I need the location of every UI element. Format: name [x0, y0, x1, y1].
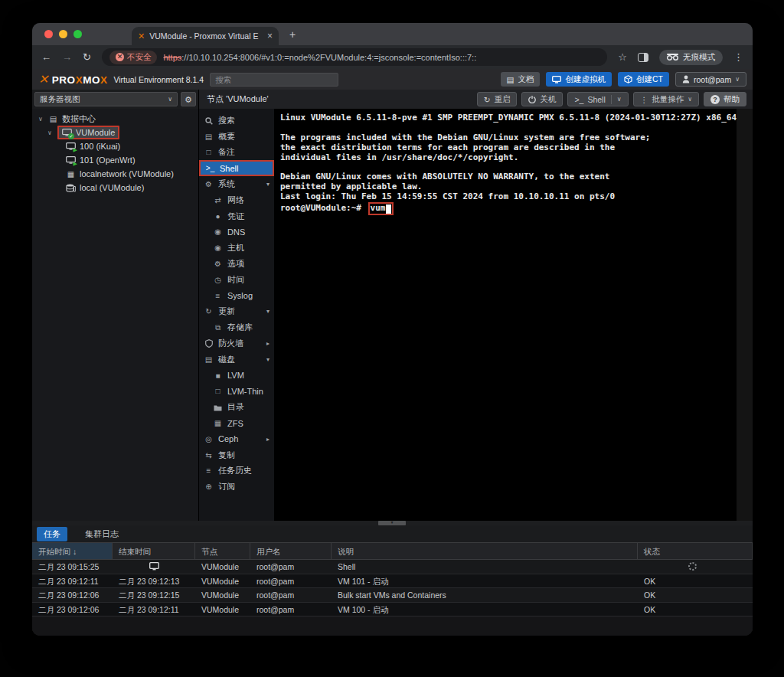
shutdown-button[interactable]: 关机: [521, 92, 563, 106]
address-bar[interactable]: ✕ 不安全 https://10.10.10.254:8006/#v1:0:=n…: [102, 48, 607, 66]
tree-item-localnetwork[interactable]: ▦ localnetwork (VUModule): [32, 167, 198, 181]
menu-item-subscription[interactable]: ⊕ 订阅: [199, 479, 274, 495]
tree-item-vm-101[interactable]: ▶ 101 (OpenWrt): [32, 153, 198, 167]
reload-icon[interactable]: ↻: [83, 51, 91, 63]
menu-item-time[interactable]: ◷ 时间: [199, 272, 274, 288]
proxmox-favicon-icon: ✕: [138, 31, 145, 41]
menu-item-dns[interactable]: ◉ DNS: [199, 224, 274, 240]
selected-node-highlight[interactable]: ✓ VUModule: [57, 126, 119, 139]
terminal-prompt-line: root@VUModule:~# vum: [280, 202, 731, 215]
secondary-toolbar: 服务器视图 ∨ ⚙ 节点 'VUModule' ↻ 重启: [32, 90, 753, 109]
browser-menu-icon[interactable]: ⋮: [733, 51, 743, 63]
log-tabs: 任务 集群日志: [32, 525, 753, 542]
folder-icon: [213, 403, 223, 411]
list-icon: ≡: [213, 292, 223, 300]
online-check-icon: ✓: [68, 133, 74, 139]
menu-item-certificates[interactable]: ● 凭证: [199, 208, 274, 224]
close-window-button[interactable]: [44, 30, 53, 38]
task-row[interactable]: 二月 23 09:12:11 二月 23 09:12:13 VUModule r…: [32, 574, 753, 589]
square-outline-icon: □: [213, 387, 223, 395]
history-list-icon: ≡: [204, 466, 214, 475]
tree-item-label: local (VUModule): [80, 183, 144, 192]
menu-item-replication[interactable]: ⇆ 复制: [199, 447, 274, 463]
menu-item-hosts[interactable]: ◉ 主机: [199, 240, 274, 256]
menu-item-ceph[interactable]: ◎ Ceph ▸: [199, 431, 274, 447]
shell-terminal[interactable]: Linux VUModule 6.5.11-8-pve #1 SMP PREEM…: [275, 109, 737, 521]
tree-toolbar: 服务器视图 ∨ ⚙: [32, 90, 199, 109]
documentation-button[interactable]: ▤ 文档: [501, 72, 541, 87]
view-mode-select[interactable]: 服务器视图 ∨: [34, 92, 178, 106]
menu-item-summary[interactable]: ▤ 概要: [199, 129, 274, 145]
maximize-window-button[interactable]: [74, 30, 82, 38]
menu-item-options[interactable]: ⚙ 选项: [199, 256, 274, 272]
menu-item-network[interactable]: ⇄ 网络: [199, 192, 274, 208]
menu-item-lvm-thin[interactable]: □ LVM-Thin: [199, 384, 274, 400]
monitor-icon: [552, 76, 561, 83]
new-tab-button[interactable]: +: [289, 28, 296, 41]
tab-tasks[interactable]: 任务: [37, 527, 67, 541]
tab-cluster-log[interactable]: 集群日志: [78, 527, 126, 541]
restart-button[interactable]: ↻ 重启: [477, 92, 518, 106]
menu-item-repositories[interactable]: ⧉ 存储库: [199, 319, 274, 335]
not-secure-icon: ✕: [116, 53, 124, 61]
back-icon[interactable]: ←: [41, 51, 51, 63]
column-status[interactable]: 状态: [638, 542, 753, 560]
security-chip[interactable]: ✕ 不安全: [109, 51, 158, 64]
shell-button[interactable]: >_ Shell ∨: [567, 92, 628, 106]
proxmox-app: ✕ PROXMOX Virtual Environment 8.1.4 ▤ 文档…: [32, 69, 753, 636]
tree-item-node-vumodule[interactable]: ∨ ✓ VUModule: [32, 126, 198, 139]
task-row[interactable]: 二月 23 09:12:06 二月 23 09:12:15 VUModule r…: [32, 588, 753, 603]
create-ct-button[interactable]: 创建CT: [618, 72, 669, 87]
column-start-time[interactable]: 开始时间 ↓: [32, 542, 113, 560]
browser-tab[interactable]: ✕ VUModule - Proxmox Virtual E ×: [132, 27, 279, 45]
user-menu-button[interactable]: root@pam ∨: [675, 72, 746, 87]
button-divider: [611, 95, 612, 104]
tree-item-vm-100[interactable]: ▶ 100 (iKuai): [32, 139, 198, 153]
create-vm-button[interactable]: 创建虚拟机: [546, 72, 612, 87]
minimize-window-button[interactable]: [59, 30, 67, 38]
menu-item-updates[interactable]: ↻ 更新 ▾: [199, 304, 274, 320]
menu-item-search[interactable]: 搜索: [199, 113, 274, 129]
chevron-down-icon[interactable]: ∨: [617, 96, 622, 103]
menu-item-disks[interactable]: ▤ 磁盘 ▾: [199, 352, 274, 368]
column-node[interactable]: 节点: [195, 542, 250, 560]
swap-icon: ⇆: [204, 451, 214, 460]
task-row[interactable]: 二月 23 09:12:06 二月 23 09:12:11 VUModule r…: [32, 603, 753, 617]
bookmark-star-icon[interactable]: ☆: [618, 51, 627, 63]
task-row[interactable]: 二月 23 09:15:25 VUModule root@pam Shell: [32, 560, 753, 574]
column-end-time[interactable]: 结束时间: [113, 542, 195, 560]
menu-item-zfs[interactable]: ▦ ZFS: [199, 415, 274, 431]
refresh-icon: ↻: [204, 307, 214, 316]
menu-item-system[interactable]: ⚙ 系统 ▾: [199, 176, 274, 192]
menu-item-lvm[interactable]: ■ LVM: [199, 368, 274, 384]
tree-settings-button[interactable]: ⚙: [181, 92, 196, 106]
node-actions: ↻ 重启 关机 >_ Shell ∨: [477, 92, 753, 106]
menu-item-shell[interactable]: >_ Shell: [199, 160, 274, 176]
cell-description: Shell: [332, 560, 638, 574]
menu-item-notes[interactable]: □ 备注: [199, 145, 274, 161]
tree-collapse-icon[interactable]: ∨: [37, 116, 44, 123]
browser-window: ✕ VUModule - Proxmox Virtual E × + ← → ↻…: [32, 23, 753, 636]
tree-item-local-storage[interactable]: local (VUModule): [32, 181, 198, 195]
tab-close-icon[interactable]: ×: [267, 31, 273, 41]
terminal-prompt: root@VUModule:~#: [280, 204, 367, 214]
resource-tree: ∨ ▤ 数据中心 ∨ ✓ VUModule: [32, 109, 199, 521]
menu-item-task-history[interactable]: ≡ 任务历史: [199, 463, 274, 479]
help-button[interactable]: ? 帮助: [704, 92, 746, 106]
menu-item-syslog[interactable]: ≡ Syslog: [199, 288, 274, 304]
global-search-input[interactable]: [210, 73, 338, 87]
vm-icon: ▶: [66, 156, 76, 165]
forward-icon[interactable]: →: [62, 51, 72, 63]
cell-user: root@pam: [250, 560, 332, 574]
bulk-actions-button[interactable]: ⋮ 批量操作 ∨: [633, 92, 699, 106]
side-panel-icon[interactable]: [638, 53, 648, 62]
menu-item-firewall[interactable]: 防火墙 ▸: [199, 335, 274, 352]
cell-end: 二月 23 09:12:11: [113, 603, 195, 617]
column-user[interactable]: 用户名: [250, 542, 332, 560]
tree-item-datacenter[interactable]: ∨ ▤ 数据中心: [32, 112, 198, 126]
tree-item-label: 100 (iKuai): [80, 142, 120, 151]
vm-icon: ▶: [66, 142, 76, 151]
menu-item-directory[interactable]: 目录: [199, 399, 274, 415]
tree-collapse-icon[interactable]: ∨: [46, 129, 54, 136]
column-description[interactable]: 说明: [332, 542, 638, 560]
